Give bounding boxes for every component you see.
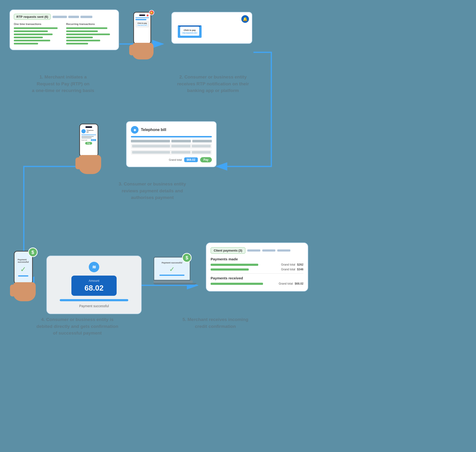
step1-description: 1. Merchant initiates a Request to Pay (…	[9, 74, 117, 94]
green-line-3	[14, 33, 53, 35]
green-line-r4	[66, 37, 93, 38]
brand-logo: ≋	[89, 262, 99, 272]
green-line-r2	[66, 30, 98, 32]
col1-title: One time transactions	[14, 23, 62, 26]
step5-title: Client payments (3)	[211, 247, 245, 254]
invoice-header: ◈ Telephone bill	[131, 126, 212, 134]
svg-text:Click to pay: Click to pay	[184, 29, 196, 31]
step1-header-bars	[53, 16, 92, 18]
col2-title: Recurring transactions	[66, 23, 115, 26]
step1-title: RTP requests sent (6)	[14, 14, 51, 20]
invoice-cell	[131, 140, 170, 142]
header-bar-3	[81, 16, 92, 18]
arrows-overlay	[0, 0, 476, 452]
header-bar-s1	[247, 249, 260, 252]
step3-card: ◈ Telephone bill Grand total $68.02 Pay	[126, 121, 217, 167]
invoice-title: Telephone bill	[141, 128, 166, 132]
green-line-5	[14, 40, 50, 41]
green-line-2	[14, 30, 48, 32]
payments-received-title: Payments received	[211, 276, 303, 280]
invoice-cell	[192, 151, 211, 154]
step5-description: 5. Merchant receives incoming credit con…	[162, 316, 269, 330]
made-row-2-total: Grand total $346	[281, 268, 303, 271]
header-bar-s3	[277, 249, 290, 252]
step1-col-recurring: Recurring transactions	[66, 23, 115, 46]
green-bar-made-1	[211, 264, 258, 266]
invoice-row-3	[131, 150, 212, 155]
payment-received-row-1: Grand total $68.02	[211, 282, 303, 285]
invoice-cell	[192, 140, 212, 142]
phone3-container: $ Paymentsuccessful ✓	[13, 251, 36, 301]
grand-total-value: $68.02	[184, 157, 198, 162]
step2-card: 🔔 Click to pay http://payment_link	[171, 12, 252, 44]
made-row-1-total: Grand total $262	[281, 263, 303, 266]
invoice-cell	[171, 140, 191, 142]
green-bar-made-2	[211, 268, 249, 271]
dollar-badge-phone: $	[28, 247, 38, 257]
step4-description: 4. Consumer or business entity is debite…	[14, 316, 140, 337]
pay-button[interactable]: Pay	[200, 157, 212, 162]
success-blue-bar	[60, 299, 128, 301]
payment-successful-text: Payment successful	[53, 304, 136, 308]
header-bar-s2	[262, 249, 275, 252]
invoice-cell	[192, 145, 211, 147]
laptop-bottom	[154, 283, 196, 285]
phone2-container: Telephonebill Grand total $68.02 Pay	[79, 124, 101, 174]
bell-icon: 🔔	[241, 15, 249, 23]
invoice-row-1	[131, 140, 212, 142]
amount-box: Amount 68.02	[71, 276, 117, 296]
green-line-1	[14, 27, 58, 29]
invoice-cell	[171, 145, 190, 147]
notification-badge: 🔔	[149, 10, 154, 15]
green-line-r1	[66, 27, 107, 29]
step4-card: ≋ Amount 68.02 Payment successful	[46, 256, 142, 314]
step2-description: 2. Consumer or business entity receives …	[162, 74, 264, 94]
amount-label: Amount	[77, 279, 111, 282]
invoice-cell	[132, 151, 170, 154]
amount-value: 68.02	[77, 284, 111, 292]
phone1-container: Click to pay http://pmt_link 🔔	[132, 12, 154, 60]
step5-header: Client payments (3)	[211, 247, 303, 254]
header-bar-1	[53, 16, 67, 18]
step1-header: RTP requests sent (6)	[14, 14, 115, 20]
green-bar-received-1	[211, 283, 263, 285]
green-line-r6	[66, 43, 88, 45]
grand-total-label: Grand total	[169, 158, 182, 161]
laptop-base	[154, 280, 193, 283]
step5-card: Client payments (3) Payments made Grand …	[206, 243, 308, 292]
step1-columns: One time transactions Recurring transact…	[14, 23, 115, 46]
main-container: RTP requests sent (6) One time transacti…	[0, 0, 476, 452]
invoice-cell	[132, 145, 170, 147]
green-line-r5	[66, 40, 100, 41]
green-line-4	[14, 37, 43, 38]
header-bar-2	[68, 16, 79, 18]
green-line-6	[14, 43, 38, 45]
payment-divider	[211, 273, 303, 274]
invoice-logo: ◈	[131, 126, 138, 134]
invoice-row-2	[131, 144, 212, 149]
invoice-blue-line	[131, 136, 212, 137]
laptop-container: $ Payment successful ✓	[154, 257, 196, 285]
invoice-cell	[171, 151, 190, 154]
received-row-1-total: Grand total $68.02	[279, 282, 303, 285]
step1-col-one-time: One time transactions	[14, 23, 62, 46]
payment-made-row-1: Grand total $262	[211, 263, 303, 266]
step3-description: 3. Consumer or business entity reviews p…	[93, 181, 212, 201]
dollar-badge-laptop: $	[182, 253, 192, 262]
green-line-r3	[66, 33, 110, 35]
svg-text:http://payment_link: http://payment_link	[183, 32, 197, 34]
payment-made-row-2: Grand total $346	[211, 268, 303, 271]
payments-made-title: Payments made	[211, 257, 303, 261]
envelope-icon: Click to pay http://payment_link	[177, 20, 203, 39]
invoice-footer: Grand total $68.02 Pay	[131, 157, 212, 162]
step1-card: RTP requests sent (6) One time transacti…	[9, 9, 119, 50]
